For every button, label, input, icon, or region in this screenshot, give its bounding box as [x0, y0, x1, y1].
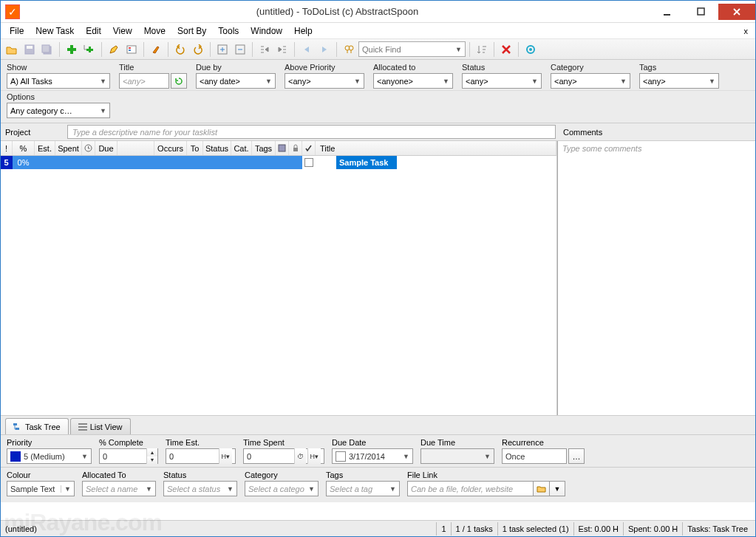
spinner-icon[interactable]: ▲▼: [146, 448, 157, 464]
filter-title-label: Title: [119, 63, 187, 72]
filter-show-select[interactable]: A) All Tasks▼: [7, 73, 110, 89]
duedate-checkbox[interactable]: [336, 451, 346, 462]
svg-rect-9: [86, 49, 93, 51]
menu-view[interactable]: View: [107, 24, 138, 38]
menu-help[interactable]: Help: [288, 24, 319, 38]
filter-bar-2: Options Any category c…▼: [1, 91, 755, 123]
col-title[interactable]: Title: [316, 141, 556, 155]
attr-timeest-input[interactable]: 0H▾: [166, 448, 236, 464]
save-all-icon[interactable]: [39, 41, 55, 58]
menu-file[interactable]: File: [4, 24, 30, 38]
maximize-button[interactable]: [684, 4, 718, 20]
new-subtask-icon[interactable]: [81, 41, 98, 58]
menu-edit[interactable]: Edit: [80, 24, 107, 38]
quick-find-input[interactable]: Quick Find ▼: [358, 41, 466, 57]
filter-category-label: Category: [551, 63, 630, 72]
settings-icon[interactable]: [522, 41, 539, 58]
properties-icon[interactable]: [123, 41, 140, 58]
undo-icon[interactable]: [172, 41, 188, 58]
project-label: Project: [5, 128, 64, 137]
sort-icon[interactable]: [474, 41, 490, 58]
menu-tools[interactable]: Tools: [212, 24, 245, 38]
attr-tags-select[interactable]: Select a tag▼: [326, 481, 400, 496]
filter-allocated-select[interactable]: <anyone>▼: [373, 73, 453, 89]
comments-pane[interactable]: Type some comments: [557, 141, 755, 415]
time-est-unit[interactable]: H▾: [219, 448, 233, 464]
attr-filelink-input[interactable]: Can be a file, folder, website: [407, 481, 533, 496]
attr-duetime-input[interactable]: ▼: [420, 448, 494, 464]
filter-category-select[interactable]: <any>▼: [551, 73, 630, 89]
col-est[interactable]: Est.: [35, 141, 55, 155]
attribute-bar-1: Priority 5 (Medium)▼ % Complete 0▲▼ Time…: [1, 434, 755, 467]
col-status[interactable]: Status: [203, 141, 231, 155]
prev-icon[interactable]: [299, 41, 315, 58]
col-clock[interactable]: [82, 141, 95, 155]
attr-duedate-input[interactable]: 3/17/2014▼: [332, 448, 413, 464]
delete-icon[interactable]: [498, 41, 514, 58]
time-spent-unit[interactable]: H▾: [307, 448, 321, 464]
tab-list-view[interactable]: List View: [70, 418, 131, 434]
menu-new-task[interactable]: New Task: [30, 24, 80, 38]
attr-allocated-select[interactable]: Select a name▼: [82, 481, 156, 496]
time-spent-toggle[interactable]: ⏱: [294, 448, 306, 464]
row-expand[interactable]: ⋯: [316, 156, 336, 169]
svg-rect-10: [127, 46, 136, 53]
attr-category-select[interactable]: Select a catego▼: [245, 481, 319, 496]
filter-options-select[interactable]: Any category c…▼: [7, 103, 110, 118]
tab-task-tree[interactable]: Task Tree: [5, 418, 69, 434]
table-row[interactable]: 5 0% ⋯ Sample Task: [1, 156, 556, 169]
window-title: (untitled) - ToDoList (c) AbstractSpoon: [24, 6, 650, 17]
attr-timespent-input[interactable]: 0⏱H▾: [243, 448, 324, 464]
expand-icon[interactable]: [214, 41, 231, 58]
menu-sort-by[interactable]: Sort By: [171, 24, 212, 38]
outdent-icon[interactable]: [274, 41, 290, 58]
recurrence-browse-button[interactable]: …: [568, 448, 585, 464]
col-spent[interactable]: Spent: [55, 141, 82, 155]
filter-title-refresh-button[interactable]: [171, 73, 187, 89]
filter-tags-select[interactable]: <any>▼: [639, 73, 719, 89]
project-input[interactable]: Type a descriptive name for your tasklis…: [67, 125, 556, 139]
col-tags[interactable]: Tags: [252, 141, 276, 155]
next-icon[interactable]: [316, 41, 333, 58]
filelink-dropdown-button[interactable]: ▼: [549, 481, 565, 496]
filelink-browse-button[interactable]: [533, 481, 549, 496]
attr-status-select[interactable]: Select a status▼: [163, 481, 237, 496]
attr-recurrence-input[interactable]: Once: [502, 448, 567, 464]
save-icon[interactable]: [21, 41, 38, 58]
attr-pct-input[interactable]: 0▲▼: [99, 448, 158, 464]
edit-icon[interactable]: [106, 41, 122, 58]
menu-close-x[interactable]: x: [740, 27, 753, 35]
filter-priority-select[interactable]: <any>▼: [285, 73, 364, 89]
menu-window[interactable]: Window: [245, 24, 288, 38]
menu-move[interactable]: Move: [138, 24, 171, 38]
redo-icon[interactable]: [190, 41, 206, 58]
filter-title-input[interactable]: <any>: [119, 73, 169, 89]
col-check-icon[interactable]: [302, 141, 316, 155]
col-percent[interactable]: %: [13, 141, 35, 155]
col-occurs[interactable]: Occurs: [154, 141, 187, 155]
col-lock-icon[interactable]: [289, 141, 302, 155]
col-to[interactable]: To: [187, 141, 203, 155]
filter-status-select[interactable]: <any>▼: [462, 73, 542, 89]
svg-rect-24: [78, 423, 87, 425]
new-task-icon[interactable]: [64, 41, 80, 58]
grid-header: ! % Est. Spent Due Occurs To Status Cat.…: [1, 141, 556, 156]
broom-icon[interactable]: [148, 41, 164, 58]
attr-colour-input[interactable]: Sample Text▼: [7, 481, 75, 496]
attr-tags2-label: Tags: [326, 471, 400, 479]
filter-show-label: Show: [7, 63, 110, 72]
col-priority[interactable]: !: [1, 141, 13, 155]
open-icon[interactable]: [4, 41, 20, 58]
row-checkbox[interactable]: [302, 156, 316, 169]
collapse-icon[interactable]: [232, 41, 248, 58]
find-icon[interactable]: [341, 41, 357, 58]
col-due[interactable]: Due: [95, 141, 118, 155]
filter-tags-label: Tags: [639, 63, 719, 72]
minimize-button[interactable]: [650, 4, 684, 20]
indent-icon[interactable]: [256, 41, 273, 58]
col-cat[interactable]: Cat.: [231, 141, 252, 155]
filter-dueby-select[interactable]: <any date>▼: [196, 73, 276, 89]
close-button[interactable]: [718, 4, 755, 20]
attr-priority-select[interactable]: 5 (Medium)▼: [7, 448, 92, 464]
col-disk[interactable]: [276, 141, 289, 155]
